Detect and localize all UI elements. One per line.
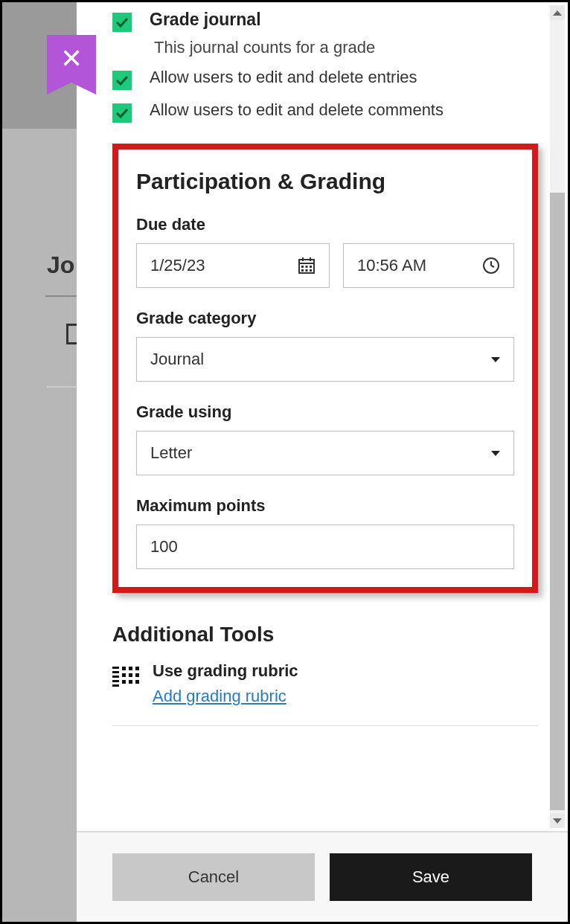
grade-category-value: Journal	[150, 350, 491, 369]
chevron-up-icon	[553, 10, 562, 16]
add-rubric-link[interactable]: Add grading rubric	[153, 687, 286, 706]
svg-rect-20	[135, 667, 139, 670]
cancel-button[interactable]: Cancel	[112, 853, 315, 901]
background-dim-main	[2, 129, 84, 924]
svg-rect-24	[122, 680, 126, 684]
svg-rect-25	[129, 680, 132, 684]
grade-journal-label: Grade journal	[150, 10, 261, 30]
grade-using-field: Grade using Letter	[136, 402, 514, 475]
settings-panel: Grade journal This journal counts for a …	[77, 2, 568, 922]
svg-rect-5	[301, 269, 304, 272]
allow-edit-comments-row: Allow users to edit and delete comments	[112, 100, 538, 123]
grade-category-label: Grade category	[136, 309, 514, 328]
max-points-label: Maximum points	[136, 496, 514, 516]
grade-journal-checkbox[interactable]	[112, 13, 132, 32]
chevron-down-icon	[491, 451, 500, 456]
allow-edit-entries-label: Allow users to edit and delete entries	[150, 68, 417, 87]
rubric-label: Use grading rubric	[153, 661, 298, 681]
save-button[interactable]: Save	[330, 853, 532, 901]
additional-tools-title: Additional Tools	[112, 623, 538, 647]
checkmark-icon	[116, 75, 128, 86]
svg-rect-13	[112, 667, 119, 669]
svg-line-12	[491, 266, 494, 267]
divider	[112, 725, 538, 726]
svg-rect-19	[129, 667, 132, 670]
clock-icon	[482, 257, 500, 275]
svg-rect-21	[122, 673, 126, 677]
svg-rect-14	[112, 671, 119, 673]
due-date-input[interactable]: 1/25/23	[136, 243, 330, 288]
grade-category-field: Grade category Journal	[136, 309, 514, 382]
allow-edit-comments-checkbox[interactable]	[112, 103, 132, 123]
max-points-field: Maximum points 100	[136, 496, 514, 569]
max-points-input[interactable]: 100	[136, 524, 514, 569]
grade-using-label: Grade using	[136, 402, 514, 422]
calendar-icon	[298, 257, 316, 275]
scrollbar-down-button[interactable]	[550, 813, 565, 828]
svg-rect-26	[135, 680, 139, 684]
svg-rect-2	[301, 266, 304, 268]
checkmark-icon	[116, 108, 128, 118]
allow-edit-entries-checkbox[interactable]	[112, 71, 132, 90]
due-date-label: Due date	[136, 215, 514, 234]
svg-rect-4	[310, 266, 312, 268]
participation-grading-title: Participation & Grading	[136, 169, 514, 194]
allow-edit-comments-label: Allow users to edit and delete comments	[150, 100, 443, 120]
app-frame: Jo ✕ Grade journal This journal counts f…	[0, 0, 570, 924]
svg-rect-17	[112, 684, 119, 687]
scrollbar-up-button[interactable]	[550, 5, 565, 20]
svg-rect-18	[122, 667, 126, 670]
max-points-value: 100	[150, 537, 500, 556]
rubric-icon	[112, 664, 139, 694]
participation-grading-section: Participation & Grading Due date 1/25/23…	[112, 144, 538, 593]
svg-rect-22	[129, 673, 132, 677]
grade-journal-row: Grade journal	[112, 10, 538, 32]
svg-rect-6	[306, 269, 308, 272]
due-date-value: 1/25/23	[150, 256, 298, 275]
svg-rect-16	[112, 680, 119, 682]
due-time-value: 10:56 AM	[357, 256, 482, 275]
grade-using-select[interactable]: Letter	[136, 431, 514, 475]
close-icon: ✕	[60, 45, 83, 72]
checkmark-icon	[116, 17, 128, 28]
svg-rect-7	[310, 269, 312, 272]
due-date-field: Due date 1/25/23 10:56 AM	[136, 215, 514, 288]
grade-category-select[interactable]: Journal	[136, 337, 514, 382]
svg-rect-15	[112, 676, 119, 678]
scrollbar-thumb[interactable]	[550, 193, 565, 810]
settings-scroll-area: Grade journal This journal counts for a …	[77, 2, 568, 831]
scrollbar[interactable]	[550, 5, 565, 828]
chevron-down-icon	[553, 818, 562, 824]
rubric-row: Use grading rubric Add grading rubric	[112, 661, 538, 706]
chevron-down-icon	[491, 357, 500, 362]
svg-rect-23	[135, 673, 139, 677]
close-button[interactable]: ✕	[47, 35, 96, 83]
due-time-input[interactable]: 10:56 AM	[343, 243, 514, 288]
svg-rect-3	[306, 266, 308, 268]
allow-edit-entries-row: Allow users to edit and delete entries	[112, 68, 538, 90]
grade-journal-sublabel: This journal counts for a grade	[154, 38, 538, 57]
footer: Cancel Save	[77, 831, 568, 922]
grade-using-value: Letter	[150, 443, 491, 463]
